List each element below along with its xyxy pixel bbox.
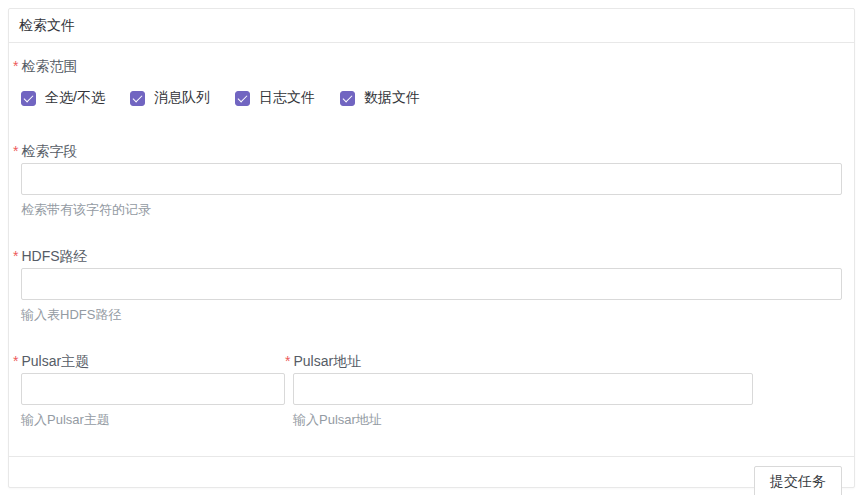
- checkbox-label: 日志文件: [259, 89, 315, 107]
- checkbox-checked-icon[interactable]: [235, 91, 250, 106]
- card-footer: 提交任务: [9, 456, 854, 495]
- required-asterisk: *: [13, 56, 18, 76]
- search-field-hint: 检索带有该字符的记录: [21, 201, 842, 219]
- search-files-card: 检索文件 * 检索范围 全选/不选 消息队列 日志文件: [8, 8, 855, 488]
- scope-label: * 检索范围: [13, 56, 842, 76]
- required-asterisk: *: [13, 246, 18, 266]
- hdfs-path-hint: 输入表HDFS路径: [21, 306, 842, 324]
- required-asterisk: *: [285, 351, 290, 371]
- checkbox-checked-icon[interactable]: [21, 91, 36, 106]
- hdfs-path-input[interactable]: [21, 268, 842, 300]
- submit-task-button[interactable]: 提交任务: [754, 466, 842, 495]
- checkbox-item-select-all[interactable]: 全选/不选: [21, 89, 105, 107]
- search-field-input[interactable]: [21, 163, 842, 195]
- search-field-label-text: 检索字段: [21, 141, 77, 161]
- checkbox-checked-icon[interactable]: [130, 91, 145, 106]
- checkbox-item-data-files[interactable]: 数据文件: [340, 89, 420, 107]
- pulsar-address-label: * Pulsar地址: [285, 351, 753, 371]
- form-item-scope: * 检索范围 全选/不选 消息队列 日志文件 数据文件: [21, 56, 842, 107]
- pulsar-address-hint: 输入Pulsar地址: [293, 411, 753, 429]
- form-item-search-field: * 检索字段 检索带有该字符的记录: [21, 141, 842, 219]
- form-item-pulsar-topic: * Pulsar主题 输入Pulsar主题: [21, 351, 285, 429]
- scope-checkbox-group: 全选/不选 消息队列 日志文件 数据文件: [21, 89, 842, 107]
- checkbox-checked-icon[interactable]: [340, 91, 355, 106]
- card-body: * 检索范围 全选/不选 消息队列 日志文件 数据文件: [9, 43, 854, 456]
- checkbox-item-message-queue[interactable]: 消息队列: [130, 89, 210, 107]
- pulsar-topic-label-text: Pulsar主题: [21, 351, 89, 371]
- form-item-hdfs-path: * HDFS路经 输入表HDFS路径: [21, 246, 842, 324]
- hdfs-path-label: * HDFS路经: [13, 246, 842, 266]
- search-field-label: * 检索字段: [13, 141, 842, 161]
- form-item-pulsar-address: * Pulsar地址 输入Pulsar地址: [293, 351, 753, 429]
- scope-label-text: 检索范围: [21, 56, 77, 76]
- card-title: 检索文件: [19, 17, 75, 35]
- checkbox-label: 数据文件: [364, 89, 420, 107]
- checkbox-item-log-files[interactable]: 日志文件: [235, 89, 315, 107]
- required-asterisk: *: [13, 141, 18, 161]
- pulsar-topic-hint: 输入Pulsar主题: [21, 411, 285, 429]
- pulsar-row: * Pulsar主题 输入Pulsar主题 * Pulsar地址 输入Pulsa…: [21, 351, 842, 456]
- pulsar-topic-input[interactable]: [21, 373, 285, 405]
- checkbox-label: 全选/不选: [45, 89, 105, 107]
- checkbox-label: 消息队列: [154, 89, 210, 107]
- pulsar-address-label-text: Pulsar地址: [293, 351, 361, 371]
- card-header: 检索文件: [9, 9, 854, 43]
- pulsar-topic-label: * Pulsar主题: [13, 351, 285, 371]
- pulsar-address-input[interactable]: [293, 373, 753, 405]
- hdfs-path-label-text: HDFS路经: [21, 246, 87, 266]
- required-asterisk: *: [13, 351, 18, 371]
